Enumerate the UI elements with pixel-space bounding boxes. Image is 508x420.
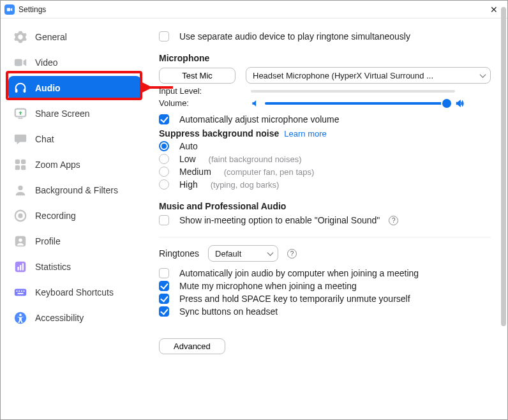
space-unmute-checkbox[interactable]	[159, 294, 169, 304]
separate-ringtone-label: Use separate audio device to play ringto…	[179, 31, 410, 41]
svg-rect-5	[18, 117, 22, 119]
mute-on-join-label: Mute my microphone when joining a meetin…	[179, 281, 357, 291]
microphone-select-value: Headset Microphone (HyperX Virtual Surro…	[253, 71, 433, 80]
sidebar-item-profile[interactable]: Profile	[8, 229, 141, 253]
sidebar-item-accessibility[interactable]: Accessibility	[8, 306, 141, 330]
original-sound-checkbox[interactable]	[159, 215, 169, 225]
audio-settings-panel: Use separate audio device to play ringto…	[149, 19, 507, 419]
apps-icon	[13, 158, 27, 172]
suppress-option-label: Medium	[179, 167, 211, 177]
microphone-select[interactable]: Headset Microphone (HyperX Virtual Surro…	[246, 67, 491, 84]
svg-rect-21	[19, 290, 20, 292]
sidebar-item-background-filters[interactable]: Background & Filters	[8, 178, 141, 202]
volume-low-icon	[251, 99, 260, 108]
svg-rect-1	[15, 59, 22, 66]
suppress-radio-medium[interactable]	[159, 167, 169, 177]
sidebar-item-label: Audio	[35, 83, 61, 93]
svg-point-14	[19, 238, 22, 242]
sidebar-item-label: Keyboard Shortcuts	[35, 287, 114, 297]
video-icon	[13, 56, 27, 70]
svg-rect-17	[20, 265, 21, 270]
titlebar: Settings ✕	[1, 1, 507, 19]
sync-headset-checkbox[interactable]	[159, 306, 169, 317]
sync-headset-label: Sync buttons on headset	[179, 306, 278, 317]
svg-rect-18	[22, 264, 24, 271]
keyboard-icon	[13, 285, 27, 299]
ringtone-select-value: Default	[215, 249, 241, 259]
svg-rect-16	[17, 267, 19, 271]
svg-rect-8	[15, 165, 20, 170]
svg-rect-24	[17, 293, 23, 294]
ringtones-label: Ringtones	[159, 248, 199, 259]
sidebar-item-label: Chat	[35, 134, 54, 144]
sidebar-item-chat[interactable]: Chat	[8, 127, 141, 151]
svg-rect-2	[15, 89, 18, 93]
suppress-radio-low[interactable]	[159, 154, 169, 164]
original-sound-label: Show in-meeting option to enable "Origin…	[179, 215, 380, 225]
svg-rect-9	[21, 165, 26, 170]
mute-on-join-checkbox[interactable]	[159, 281, 169, 291]
microphone-heading: Microphone	[159, 53, 491, 63]
help-icon[interactable]: ?	[389, 216, 398, 225]
input-level-label: Input Level:	[159, 86, 209, 96]
headphones-icon	[13, 81, 27, 95]
suppress-option-hint: (computer fan, pen taps)	[224, 167, 315, 177]
suppress-option-label: Low	[179, 154, 196, 164]
share-icon	[13, 107, 27, 121]
settings-window: Settings ✕ General Video Audio	[0, 0, 508, 420]
suppress-radio-auto[interactable]	[159, 141, 169, 151]
volume-label: Volume:	[159, 98, 209, 108]
sidebar-item-keyboard-shortcuts[interactable]: Keyboard Shortcuts	[8, 280, 141, 304]
app-icon	[4, 4, 15, 15]
sidebar-item-label: Statistics	[35, 262, 71, 272]
auto-adjust-volume-checkbox[interactable]	[159, 114, 169, 124]
svg-rect-19	[15, 289, 26, 296]
slider-thumb[interactable]	[442, 99, 451, 108]
test-mic-button[interactable]: Test Mic	[159, 68, 235, 84]
sidebar-item-statistics[interactable]: Statistics	[8, 255, 141, 279]
suppress-radio-high[interactable]	[159, 179, 169, 190]
sidebar-item-label: Recording	[35, 211, 76, 221]
sidebar-item-recording[interactable]: Recording	[8, 204, 141, 228]
divider	[159, 237, 491, 237]
svg-rect-7	[21, 160, 26, 164]
space-unmute-label: Press and hold SPACE key to temporarily …	[179, 294, 410, 304]
person-icon	[13, 183, 27, 197]
sidebar-item-label: Background & Filters	[35, 185, 118, 195]
sidebar-item-label: Share Screen	[35, 109, 90, 119]
sidebar-item-label: Zoom Apps	[35, 160, 80, 170]
suppress-option-label: Auto	[179, 141, 198, 151]
ringtone-select[interactable]: Default	[208, 245, 278, 262]
accessibility-icon	[13, 311, 27, 325]
gear-icon	[13, 30, 27, 44]
sidebar-item-audio[interactable]: Audio	[8, 76, 141, 100]
learn-more-link[interactable]: Learn more	[284, 129, 326, 139]
svg-point-12	[18, 213, 22, 218]
record-icon	[13, 209, 27, 223]
sidebar-item-video[interactable]: Video	[8, 50, 141, 75]
stats-icon	[13, 260, 27, 274]
svg-rect-3	[24, 89, 26, 93]
svg-rect-20	[17, 290, 18, 292]
input-level-meter	[251, 90, 455, 93]
sidebar-item-label: General	[35, 32, 67, 42]
svg-point-26	[19, 314, 22, 317]
suppress-noise-heading: Suppress background noise	[159, 128, 279, 139]
sidebar: General Video Audio Share Screen	[1, 19, 149, 419]
music-audio-heading: Music and Professional Audio	[159, 201, 491, 211]
suppress-option-hint: (faint background noises)	[209, 154, 302, 164]
scrollbar[interactable]	[501, 19, 506, 326]
help-icon[interactable]: ?	[287, 249, 297, 259]
advanced-button[interactable]: Advanced	[159, 338, 225, 354]
auto-adjust-volume-label: Automatically adjust microphone volume	[179, 114, 340, 124]
svg-rect-0	[7, 8, 10, 11]
separate-ringtone-checkbox[interactable]	[159, 31, 169, 41]
sidebar-item-zoom-apps[interactable]: Zoom Apps	[8, 153, 141, 177]
microphone-volume-slider[interactable]	[265, 102, 450, 105]
svg-rect-23	[24, 290, 25, 292]
sidebar-item-share-screen[interactable]: Share Screen	[8, 101, 141, 126]
auto-join-audio-checkbox[interactable]	[159, 268, 169, 278]
window-title: Settings	[19, 5, 46, 14]
svg-point-10	[18, 186, 22, 190]
sidebar-item-general[interactable]: General	[8, 25, 141, 49]
